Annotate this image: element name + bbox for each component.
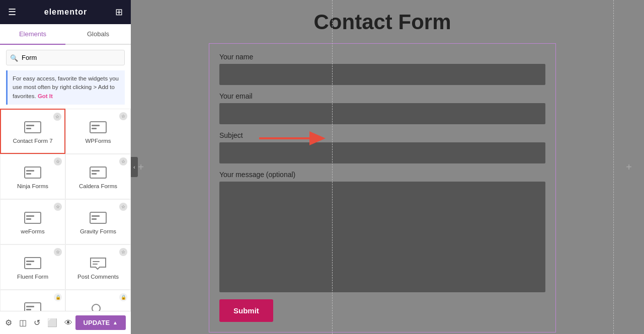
svg-point-26 <box>92 304 100 311</box>
widget-form[interactable]: 🔒 Form <box>0 290 65 311</box>
svg-rect-10 <box>92 170 100 172</box>
widget-badge-fluent: ☆ <box>54 248 62 256</box>
svg-rect-7 <box>26 170 34 172</box>
widget-label-comments: Post Comments <box>77 274 119 280</box>
widget-label-fluent: Fluent Form <box>17 274 48 280</box>
field-label-subject: Subject <box>219 131 545 139</box>
widget-icon-gravity <box>89 211 107 225</box>
widgets-grid: ☆ Contact Form 7 ☆ WPForms <box>0 109 131 311</box>
widget-label-weforms: weForms <box>21 228 44 234</box>
editor-area: Contact Form Your name Your email Subjec… <box>151 0 614 334</box>
update-button[interactable]: UPDATE ▲ <box>75 315 126 330</box>
svg-rect-6 <box>25 167 41 178</box>
svg-rect-18 <box>25 258 41 269</box>
field-input-email[interactable] <box>219 103 545 124</box>
svg-rect-15 <box>90 212 106 223</box>
widget-contact-form-7[interactable]: ☆ Contact Form 7 <box>0 109 65 154</box>
tab-globals[interactable]: Globals <box>65 24 131 45</box>
svg-rect-3 <box>90 122 106 133</box>
field-textarea-message[interactable] <box>219 182 545 292</box>
widget-badge-comments: ☆ <box>119 248 127 256</box>
widget-icon-caldera <box>89 166 107 180</box>
submit-button[interactable]: Submit <box>219 299 273 322</box>
svg-rect-0 <box>25 122 41 133</box>
search-box: 🔍 <box>0 45 131 70</box>
svg-rect-8 <box>26 173 31 175</box>
svg-rect-2 <box>26 128 31 129</box>
widget-icon-weforms <box>24 211 42 225</box>
layers-icon[interactable]: ◫ <box>19 318 27 327</box>
elementor-logo: elementor <box>44 8 87 17</box>
bottom-icons: ⚙ ◫ ↺ ⬜ 👁 <box>5 318 72 327</box>
svg-rect-4 <box>92 125 100 126</box>
widget-gravity-forms[interactable]: ☆ Gravity Forms <box>65 199 131 244</box>
got-it-link[interactable]: Got It <box>38 93 53 99</box>
tab-elements[interactable]: Elements <box>0 24 65 45</box>
widget-icon-fluent <box>24 257 42 271</box>
search-icon: 🔍 <box>10 54 18 61</box>
svg-rect-17 <box>92 218 97 220</box>
widget-badge-caldera: ☆ <box>119 157 127 165</box>
search-input[interactable] <box>6 50 125 65</box>
widget-badge-search-lock: 🔒 <box>119 293 127 301</box>
svg-rect-12 <box>25 212 41 223</box>
widget-search-form[interactable]: 🔒 Search Form <box>65 290 131 311</box>
widget-label-wpforms: WPForms <box>85 138 111 144</box>
main-content: + Contact Form Your name Your email Subj… <box>131 0 644 334</box>
svg-rect-25 <box>26 309 31 310</box>
responsive-icon[interactable]: ⬜ <box>47 318 57 327</box>
svg-rect-19 <box>26 261 34 262</box>
widget-wpforms[interactable]: ☆ WPForms <box>65 109 131 154</box>
widget-label-gravity: Gravity Forms <box>80 228 116 234</box>
widget-label-cf7: Contact Form 7 <box>13 138 52 144</box>
svg-rect-22 <box>93 264 98 265</box>
widget-icon-cf7 <box>24 121 42 135</box>
right-add-column-btn[interactable]: + <box>614 0 644 334</box>
widget-icon-search <box>89 302 107 311</box>
left-panel: ☰ elementor ⊞ Elements Globals 🔍 For eas… <box>0 0 131 334</box>
svg-rect-14 <box>26 218 31 220</box>
update-label: UPDATE <box>84 319 110 326</box>
svg-rect-11 <box>92 173 97 175</box>
widget-caldera-forms[interactable]: ☆ Caldera Forms <box>65 154 131 199</box>
svg-rect-16 <box>92 215 100 217</box>
history-icon[interactable]: ↺ <box>34 318 40 327</box>
widget-badge-gravity: ☆ <box>119 203 127 211</box>
tabs-row: Elements Globals <box>0 24 131 45</box>
svg-rect-1 <box>26 125 34 126</box>
page-title: Contact Form <box>314 10 451 34</box>
widget-label-caldera: Caldera Forms <box>79 183 117 189</box>
svg-rect-24 <box>26 306 34 307</box>
contact-form-widget: Your name Your email Subject Your messag… <box>209 43 556 332</box>
chevron-up-icon: ▲ <box>113 320 118 325</box>
widget-badge-wpforms: ☆ <box>119 112 127 120</box>
preview-icon[interactable]: 👁 <box>64 318 72 327</box>
widget-badge-star: ☆ <box>53 113 61 121</box>
widget-badge-form-lock: 🔒 <box>54 293 62 301</box>
svg-rect-9 <box>90 167 106 178</box>
widget-post-comments[interactable]: ☆ Post Comments <box>65 244 131 290</box>
widget-fluent-form[interactable]: ☆ Fluent Form <box>0 244 65 290</box>
svg-rect-21 <box>93 261 100 262</box>
hamburger-icon[interactable]: ☰ <box>8 7 16 18</box>
svg-rect-20 <box>26 264 31 265</box>
widget-label-ninja: Ninja Forms <box>17 183 48 189</box>
top-bar: ☰ elementor ⊞ <box>0 0 131 24</box>
field-input-subject[interactable] <box>219 142 545 163</box>
widget-badge-weforms: ☆ <box>54 203 62 211</box>
svg-rect-13 <box>26 215 34 217</box>
settings-icon[interactable]: ⚙ <box>5 318 12 327</box>
svg-rect-5 <box>92 128 97 129</box>
widget-icon-ninja <box>24 166 42 180</box>
field-input-name[interactable] <box>219 64 545 85</box>
widget-weforms[interactable]: ☆ weForms <box>0 199 65 244</box>
field-label-email: Your email <box>219 92 545 100</box>
field-label-message: Your message (optional) <box>219 171 545 179</box>
field-label-name: Your name <box>219 53 545 61</box>
widget-icon-wpforms <box>89 121 107 135</box>
widget-badge-ninja: ☆ <box>54 157 62 165</box>
widget-ninja-forms[interactable]: ☆ Ninja Forms <box>0 154 65 199</box>
tip-text: For easy access, favorite the widgets yo… <box>13 75 119 99</box>
collapse-panel-handle[interactable]: ‹ <box>131 157 138 177</box>
grid-icon[interactable]: ⊞ <box>115 7 123 18</box>
